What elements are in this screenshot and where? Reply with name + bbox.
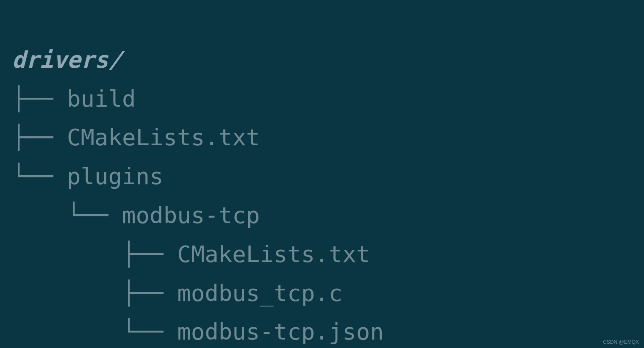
tree-branch: └── [12, 202, 122, 229]
tree-item: CMakeLists.txt [177, 241, 370, 268]
watermark: CSDN @EMQX [603, 338, 639, 346]
tree-item: CMakeLists.txt [67, 124, 260, 151]
tree-branch: └── [12, 318, 177, 345]
tree-branch: ├── [12, 86, 67, 112]
tree-item: modbus-tcp [122, 202, 260, 229]
tree-root: drivers/ [12, 47, 122, 73]
tree-item: plugins [67, 163, 164, 190]
tree-item: modbus_tcp.c [177, 280, 342, 307]
tree-branch: ├── [12, 280, 177, 307]
tree-item: modbus-tcp.json [177, 318, 384, 345]
tree-item: build [67, 86, 136, 112]
tree-branch: ├── [12, 241, 177, 268]
tree-branch: ├── [12, 124, 67, 151]
directory-tree: drivers/ ├── build ├── CMakeLists.txt └─… [0, 0, 644, 348]
tree-branch: └── [12, 163, 67, 190]
